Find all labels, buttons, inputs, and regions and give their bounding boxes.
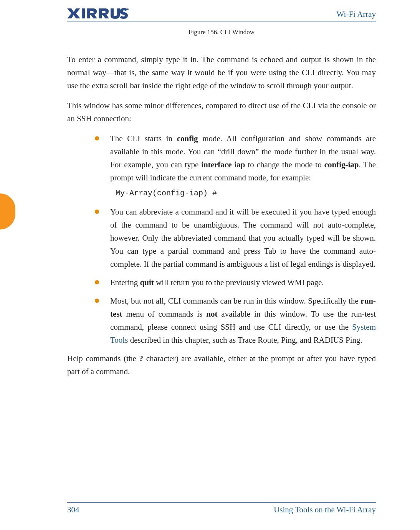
paragraph-intro: To enter a command, simply type it in. T…	[67, 53, 376, 92]
logo	[67, 8, 129, 19]
header-title: Wi-Fi Array	[337, 10, 376, 19]
bullet-list: The CLI starts in config mode. All confi…	[95, 132, 376, 347]
text-fragment: menu of commands is	[122, 309, 206, 319]
svg-rect-1	[82, 8, 85, 18]
text-fragment: Entering	[110, 278, 140, 287]
bold-config: config	[177, 134, 198, 143]
xirrus-logo-icon	[67, 8, 129, 19]
bold-interface-iap: interface iap	[201, 160, 245, 169]
footer-section-title: Using Tools on the Wi-Fi Array	[274, 505, 376, 515]
bold-question: ?	[139, 354, 144, 363]
bullet-abbreviate: You can abbreviate a command and it will…	[95, 205, 376, 271]
text-fragment: described in this chapter, such as Trace…	[128, 335, 362, 345]
text-fragment: to change the mode to	[245, 160, 324, 169]
text-fragment: The CLI starts in	[110, 134, 177, 143]
figure-caption: Figure 156. CLI Window	[67, 28, 376, 36]
paragraph-differences: This window has some minor differences, …	[67, 99, 376, 125]
bullet-config-mode: The CLI starts in config mode. All confi…	[95, 132, 376, 200]
code-prompt: My-Array(config-iap) #	[116, 187, 376, 200]
page-footer: 304 Using Tools on the Wi-Fi Array	[67, 502, 376, 515]
bold-config-iap: config-iap	[324, 160, 359, 169]
bold-quit: quit	[140, 278, 154, 287]
page-header: Wi-Fi Array	[67, 8, 376, 21]
page-content: Wi-Fi Array Figure 156. CLI Window To en…	[0, 0, 420, 530]
svg-point-2	[127, 8, 129, 10]
text-fragment: Most, but not all, CLI commands can be r…	[110, 296, 360, 305]
paragraph-help: Help commands (the ? character) are avai…	[67, 352, 376, 378]
bullet-quit: Entering quit will return you to the pre…	[95, 276, 376, 289]
bold-not: not	[206, 309, 217, 319]
text-fragment: will return you to the previously viewed…	[154, 278, 324, 287]
text-fragment: Help commands (the	[67, 354, 139, 363]
page-number: 304	[67, 505, 79, 515]
bullet-run-test: Most, but not all, CLI commands can be r…	[95, 294, 376, 347]
svg-marker-0	[67, 8, 80, 18]
